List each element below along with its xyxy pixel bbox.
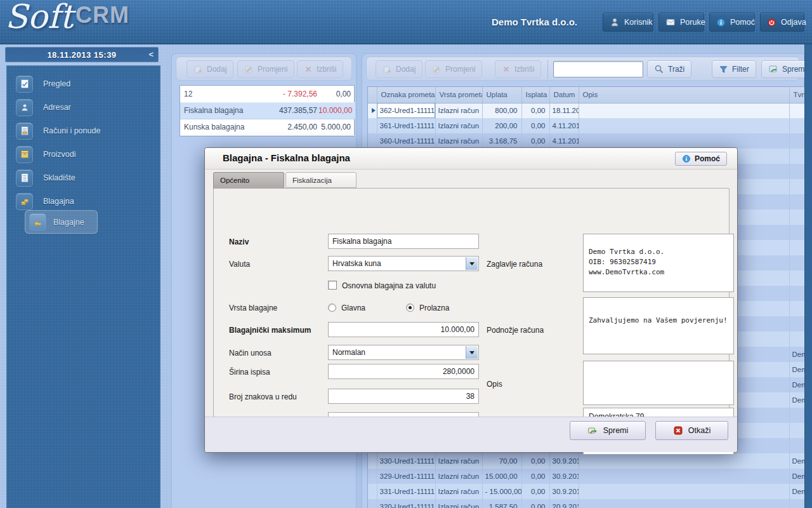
app-window: SoftCRM Demo Tvrtka d.o.o. Korisnik Poru… bbox=[0, 0, 812, 508]
table-row[interactable]: 330-Ured1-11111Izlazni račun70,000,0030.… bbox=[368, 453, 805, 469]
delete-button-label: Izbriši bbox=[514, 65, 534, 74]
toolbar-divider bbox=[547, 60, 548, 79]
table-cell: 329-Ured1-11111 bbox=[377, 469, 435, 484]
dialog-footer: Spremi Otkaži bbox=[205, 417, 737, 452]
user-button[interactable]: Korisnik bbox=[603, 13, 653, 32]
filter-button[interactable]: Filter bbox=[712, 60, 756, 78]
logo-soft-text: Soft bbox=[5, 0, 73, 36]
help-button-top[interactable]: Pomoć bbox=[709, 13, 755, 32]
table-cell: 0,00 bbox=[521, 484, 549, 499]
table-cell: 362-Ured1-11111 bbox=[377, 103, 435, 118]
edit-icon bbox=[432, 65, 442, 74]
table-row[interactable]: 320-Ured1-11111Izlazni račun1.587,500,00… bbox=[368, 499, 805, 508]
table-cell bbox=[789, 103, 805, 118]
mail-icon bbox=[665, 17, 676, 27]
table-cell bbox=[789, 164, 805, 179]
radio-glavna[interactable] bbox=[328, 304, 336, 312]
table-row[interactable]: Kunska balagajna 2.450,00 5.000,00 bbox=[180, 119, 355, 135]
table-cell bbox=[789, 438, 805, 453]
column-header[interactable]: Tvrt bbox=[789, 87, 805, 103]
search-input[interactable] bbox=[553, 61, 643, 77]
delete-button[interactable]: Izbriši bbox=[297, 60, 343, 78]
table-cell: 5.000,00 bbox=[318, 119, 355, 135]
table-row[interactable]: 329-Ured1-11111Izlazni račun15.000,000,0… bbox=[368, 469, 805, 484]
table-cell bbox=[579, 133, 789, 149]
field-label-naziv: Naziv bbox=[229, 237, 249, 246]
logout-button[interactable]: Odjava bbox=[760, 13, 804, 32]
table-row[interactable]: 331-Ured1-11111Izlazni račun- 15.000,000… bbox=[368, 484, 805, 499]
podnozje-textarea[interactable] bbox=[583, 297, 734, 354]
sidebar-subitem-blagajne[interactable]: Blagajne bbox=[25, 210, 98, 234]
osnovna-checkbox[interactable] bbox=[328, 281, 337, 290]
sidebar-item-adresar[interactable]: Adresar bbox=[7, 97, 160, 118]
search-icon bbox=[654, 64, 664, 74]
field-label-maksimum: Blagajnički maksimum bbox=[229, 326, 311, 335]
sidebar-item-label: Adresar bbox=[43, 103, 71, 112]
tab-fiskalizacija[interactable]: Fiskalizacija bbox=[285, 172, 357, 188]
save-button[interactable]: Spremi bbox=[570, 421, 646, 440]
table-cell: 18.11.2013 bbox=[549, 103, 579, 118]
table-cell bbox=[789, 225, 805, 240]
broj-znakova-field[interactable] bbox=[328, 389, 479, 404]
sirina-ispisa-field[interactable] bbox=[328, 364, 479, 379]
table-header-row: Oznaka prometa Vrsta prometa Uplata Ispl… bbox=[368, 87, 805, 103]
table-cell: Dem bbox=[789, 347, 805, 362]
table-cell: 1.587,50 bbox=[482, 499, 521, 508]
table-cell bbox=[579, 469, 789, 484]
nacin-unosa-select[interactable]: Normalan bbox=[328, 345, 479, 360]
sidebar-item-skladiste[interactable]: Skladište bbox=[7, 167, 160, 189]
maksimum-field[interactable] bbox=[328, 322, 479, 337]
sidebar-subitem-label: Blagajne bbox=[53, 218, 84, 227]
cash-registers-table: 12 - 7.392,56 0,00 Fiskalna blagajna 437… bbox=[180, 85, 355, 137]
sidebar-item-racuni[interactable]: Računi i ponude bbox=[7, 120, 160, 142]
filter-button-label: Filter bbox=[732, 65, 749, 74]
naziv-field[interactable] bbox=[328, 234, 479, 249]
edit-button[interactable]: Promjeni bbox=[237, 60, 294, 78]
cashier-icon bbox=[16, 193, 33, 210]
table-row[interactable]: 361-Ured1-11111Izlazni račun200,000,004.… bbox=[368, 118, 805, 133]
table-cell: 15.000,00 bbox=[482, 469, 521, 484]
column-header-marker[interactable] bbox=[368, 87, 377, 103]
column-header[interactable]: Isplata bbox=[521, 87, 549, 103]
field-label-opis: Opis bbox=[487, 380, 502, 389]
search-button[interactable]: Traži bbox=[647, 60, 691, 78]
column-header[interactable]: Vrsta prometa bbox=[435, 87, 482, 103]
tab-opcenito[interactable]: Općenito bbox=[213, 172, 284, 189]
field-label-broj-znakova: Broj znakova u redu bbox=[229, 392, 297, 401]
add-button[interactable]: Dodaj bbox=[376, 60, 422, 78]
transactions-toolbar: Dodaj Promjeni Izbriši Traži Filter bbox=[366, 57, 800, 81]
column-header[interactable]: Opis bbox=[579, 87, 789, 103]
osnovna-checkbox-label: Osnovna blagajna za valutu bbox=[342, 281, 436, 290]
cancel-button[interactable]: Otkaži bbox=[655, 421, 728, 440]
table-row[interactable]: 360-Ured1-11111Izlazni račun3.168,750,00… bbox=[368, 133, 805, 149]
sidebar-item-blagajna[interactable]: Blagajna bbox=[7, 190, 160, 212]
radio-prolazna[interactable] bbox=[406, 304, 414, 312]
table-cell bbox=[789, 210, 805, 225]
valuta-select[interactable]: Hrvatska kuna bbox=[328, 256, 479, 271]
table-cell: 30.9.2013 bbox=[549, 453, 579, 469]
messages-button[interactable]: Poruke bbox=[658, 13, 704, 32]
table-cell: Izlazni račun bbox=[435, 133, 482, 149]
dialog-help-button[interactable]: Pomoć bbox=[675, 152, 727, 166]
opis-textarea[interactable] bbox=[583, 361, 734, 405]
table-row[interactable]: Fiskalna blagajna 437.385,57 10.000,00 bbox=[180, 102, 355, 119]
sidebar-collapse-button[interactable]: < bbox=[148, 50, 154, 59]
column-header[interactable]: Oznaka prometa bbox=[377, 87, 435, 103]
add-button[interactable]: Dodaj bbox=[187, 60, 233, 78]
table-cell: 0,00 bbox=[318, 86, 355, 102]
column-header[interactable]: Datum bbox=[549, 87, 579, 103]
table-cell: Dem bbox=[789, 362, 805, 377]
table-row[interactable]: 362-Ured1-11111Izlazni račun800,000,0018… bbox=[368, 103, 805, 118]
delete-button[interactable]: Izbriši bbox=[495, 60, 541, 78]
table-row[interactable]: 12 - 7.392,56 0,00 bbox=[180, 86, 355, 102]
sidebar-item-proizvodi[interactable]: Proizvodi bbox=[7, 144, 160, 165]
edit-button[interactable]: Promjeni bbox=[425, 60, 482, 78]
table-cell bbox=[789, 194, 805, 210]
table-cell: 0,00 bbox=[521, 103, 549, 118]
zaglavlje-textarea[interactable] bbox=[583, 234, 734, 292]
delete-icon bbox=[502, 65, 511, 74]
chevron-down-icon[interactable] bbox=[466, 346, 478, 359]
sidebar-item-pregled[interactable]: Pregled bbox=[7, 73, 160, 95]
column-header[interactable]: Uplata bbox=[482, 87, 521, 103]
chevron-down-icon[interactable] bbox=[466, 257, 478, 270]
